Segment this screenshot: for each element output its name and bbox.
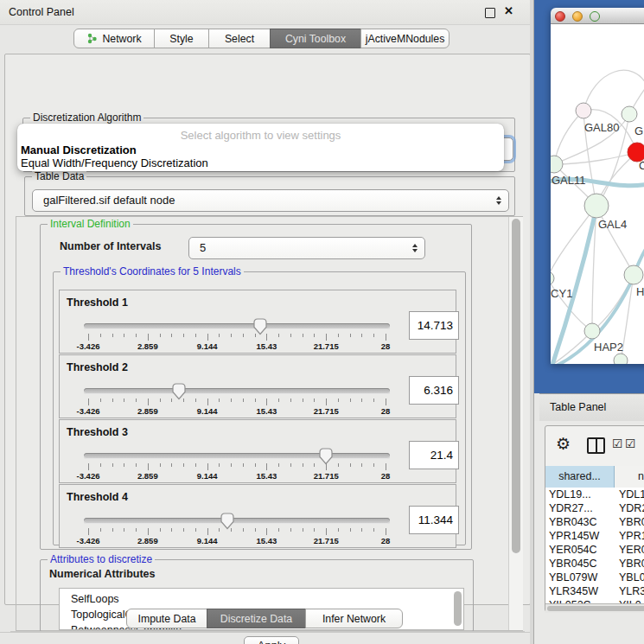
tab-discretize-data[interactable]: Discretize Data (207, 609, 306, 628)
checkbox-checked-icon[interactable]: ☑ (612, 437, 623, 450)
threshold-label: Threshold 1 (67, 296, 128, 309)
svg-text:H: H (636, 285, 644, 298)
combobox-value: galFiltered.sif default node (43, 190, 175, 211)
group-title: Threshold's Coordinates for 5 Intervals (61, 266, 244, 277)
spinner-arrows-icon (412, 244, 418, 252)
num-intervals-combobox[interactable]: 5 (188, 237, 425, 259)
table-data-combobox[interactable]: galFiltered.sif default node (32, 189, 509, 212)
node-gcy1[interactable] (551, 271, 554, 285)
slider-track[interactable] (84, 453, 390, 459)
group-title: Attributes to discretize (48, 554, 155, 565)
table-row[interactable]: YLR345WYLR3 (545, 584, 644, 598)
svg-text:HAP2: HAP2 (594, 341, 623, 354)
tab-select[interactable]: Select (208, 29, 271, 48)
tab-jactivemnodules[interactable]: jActiveMNodules (360, 29, 450, 48)
threshold-2-panel: Threshold 2 -3.426 2.859 9.144 15.43 21.… (59, 354, 456, 418)
column-header-name[interactable]: na (615, 466, 644, 488)
combobox-value: 5 (200, 238, 206, 258)
table-header: shared... na (545, 466, 644, 488)
node-partial[interactable] (614, 354, 628, 364)
mode-tabs: Impute Data Discretize Data Infer Networ… (126, 609, 403, 628)
threshold-value-field[interactable]: 21.4 (409, 441, 459, 469)
table-rows: YDL19...YDL1 YDR27...YDR2 YBR043CYBR0 YP… (545, 488, 644, 603)
table-panel-titlebar: Table Panel (539, 393, 644, 423)
list-scrollbar-thumb[interactable] (454, 591, 462, 626)
slider-track[interactable] (84, 388, 390, 394)
table-data-group: Table Data galFiltered.sif default node (24, 176, 515, 216)
table-row[interactable]: YDR27...YDR2 (545, 501, 644, 515)
algorithm-dropdown-popup: Select algorithm to view settings Manual… (17, 124, 504, 171)
dropdown-option-equal-width[interactable]: Equal Width/Frequency Discretization (20, 156, 501, 169)
threshold-value-field[interactable]: 11.344 (409, 506, 459, 534)
vertical-scrollbar[interactable] (508, 217, 523, 630)
svg-text:GAL11: GAL11 (552, 174, 586, 187)
node-gal4[interactable] (584, 194, 609, 218)
tab-impute-data[interactable]: Impute Data (126, 609, 207, 628)
control-panel-titlebar: Control Panel ✕ (0, 0, 534, 25)
slider-ticks (88, 528, 386, 536)
application-window: Control Panel ✕ Network Style Select Cyn… (0, 0, 644, 644)
slider-handle[interactable] (253, 318, 267, 335)
close-icon[interactable]: ✕ (504, 4, 513, 17)
slider-handle[interactable] (172, 383, 186, 400)
group-title: Discretization Algorithm (30, 112, 143, 124)
list-item[interactable]: SelfLoops (60, 591, 463, 607)
dropdown-option-manual[interactable]: Manual Discretization (20, 143, 501, 156)
control-panel-tabs: Network Style Select Cyni Toolbox jActiv… (73, 29, 450, 48)
svg-text:GAL80: GAL80 (584, 121, 619, 134)
threshold-label: Threshold 3 (67, 426, 128, 438)
network-icon (86, 33, 98, 44)
slider-tick-labels: -3.426 2.859 9.144 15.43 21.715 28 (88, 471, 386, 481)
slider-track[interactable] (84, 323, 390, 329)
checkbox-checked-icon[interactable]: ☑ (625, 437, 636, 450)
node-g[interactable] (622, 106, 637, 122)
slider-ticks (88, 399, 386, 406)
num-intervals-label: Number of Intervals (60, 240, 161, 252)
network-graph: GAL80 GAL11 GAL4 GCY1 HAP2 G C H (551, 24, 644, 364)
slider-track[interactable] (84, 518, 390, 524)
slider-ticks (88, 463, 386, 471)
apply-button[interactable]: Apply (244, 636, 299, 644)
tab-cyni-toolbox[interactable]: Cyni Toolbox (270, 29, 361, 48)
scrollbar-thumb[interactable] (512, 219, 520, 553)
column-header-shared-name[interactable]: shared... (545, 466, 615, 488)
float-window-icon[interactable] (485, 8, 495, 18)
slider-tick-labels: -3.426 2.859 9.144 15.43 21.715 28 (88, 536, 386, 545)
svg-text:G: G (634, 124, 643, 137)
table-row[interactable]: YER054CYER0 (545, 543, 644, 557)
table-row[interactable]: YBL079WYBL0 (545, 571, 644, 584)
tab-network[interactable]: Network (73, 29, 155, 48)
horizontal-scrollbar[interactable] (545, 603, 644, 613)
spinner-arrows-icon (496, 196, 501, 205)
node-gal80[interactable] (576, 103, 591, 118)
maximize-traffic-light-icon[interactable] (590, 11, 600, 22)
tab-infer-network[interactable]: Infer Network (305, 609, 403, 628)
scrollbar-thumb[interactable] (547, 606, 644, 611)
gear-icon[interactable]: ⚙ (556, 434, 571, 454)
numerical-attributes-label: Numerical Attributes (49, 568, 155, 580)
network-canvas[interactable]: GAL80 GAL11 GAL4 GCY1 HAP2 G C H (551, 24, 644, 364)
tab-style[interactable]: Style (154, 29, 209, 48)
threshold-label: Threshold 4 (67, 491, 128, 503)
svg-text:GCY1: GCY1 (551, 287, 572, 300)
table-row[interactable]: YDL19...YDL1 (545, 488, 644, 501)
minimize-traffic-light-icon[interactable] (572, 11, 583, 22)
node-h[interactable] (624, 265, 643, 284)
network-desktop: GAL80 GAL11 GAL4 GCY1 HAP2 G C H (534, 0, 644, 393)
split-columns-icon[interactable] (587, 437, 605, 454)
slider-handle[interactable] (220, 513, 234, 530)
threshold-value-field[interactable]: 6.316 (409, 376, 459, 405)
threshold-label: Threshold 2 (67, 361, 128, 373)
table-row[interactable]: YBR043CYBR0 (545, 515, 644, 529)
close-traffic-light-icon[interactable] (555, 11, 565, 22)
cyni-toolbox-panel: Discretization Algorithm Select algorith… (4, 54, 531, 605)
network-view-window[interactable]: GAL80 GAL11 GAL4 GCY1 HAP2 G C H (551, 8, 644, 364)
slider-handle[interactable] (319, 448, 333, 465)
table-row[interactable]: YPR145WYPR1 (545, 529, 644, 543)
table-row[interactable]: YBR045CYBR0 (545, 557, 644, 571)
threshold-1-panel: Threshold 1 -3.426 2.859 9.144 15.43 21.… (59, 290, 456, 354)
network-window-titlebar[interactable] (551, 8, 644, 24)
threshold-4-panel: Threshold 4 -3.426 2.859 9.144 15.43 21.… (59, 484, 456, 548)
node-hap2[interactable] (584, 323, 600, 339)
threshold-value-field[interactable]: 14.713 (409, 311, 459, 340)
